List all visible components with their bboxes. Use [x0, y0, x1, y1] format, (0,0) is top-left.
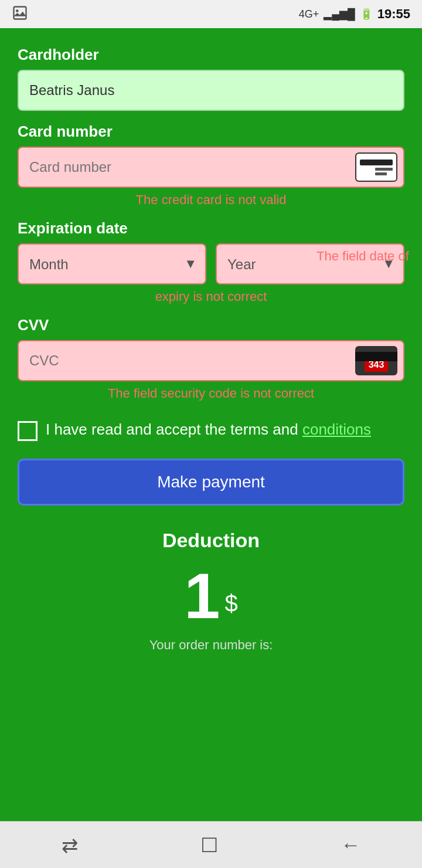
terms-checkbox[interactable] [18, 421, 38, 441]
expiry-row: Month January February March April May J… [18, 243, 404, 284]
main-content: Cardholder Card number The credit card i… [0, 28, 422, 821]
month-wrapper: Month January February March April May J… [18, 243, 206, 284]
bottom-nav: ⇄ ☐ ← [0, 821, 422, 868]
expiration-section: Expiration date Month January February M… [18, 219, 404, 304]
cvv-input[interactable] [18, 340, 404, 381]
deduction-amount: 1 $ [18, 564, 404, 628]
credit-card-icon [355, 152, 397, 182]
back-nav-button[interactable]: ← [323, 828, 378, 862]
cvv-error: The field security code is not correct [18, 386, 404, 401]
expiry-error-main: expiry is not correct [18, 289, 404, 304]
status-bar: 4G+ ▂▄▆█ 🔋 19:55 [0, 0, 422, 28]
cvv-wrapper: 343 [18, 340, 404, 381]
recents-nav-button[interactable]: ☐ [183, 828, 236, 863]
deduction-title: Deduction [18, 529, 404, 552]
svg-point-1 [16, 9, 19, 12]
card-lines [375, 168, 393, 175]
card-number-label: Card number [18, 123, 404, 141]
cvv-section: CVV 343 The field security code is not c… [18, 316, 404, 401]
cvv-label: CVV [18, 316, 404, 334]
battery-icon: 🔋 [360, 8, 373, 21]
cardholder-label: Cardholder [18, 46, 404, 64]
month-select[interactable]: Month January February March April May J… [18, 243, 206, 284]
swap-nav-button[interactable]: ⇄ [44, 828, 96, 863]
card-number-error: The credit card is not valid [18, 192, 404, 208]
make-payment-button[interactable]: Make payment [18, 459, 404, 506]
card-number-section: Card number The credit card is not valid [18, 123, 404, 208]
expiration-label: Expiration date [18, 219, 404, 238]
expiry-error-overflow: The field date of [316, 248, 410, 265]
order-number-label: Your order number is: [18, 638, 404, 653]
deduction-section: Deduction 1 $ Your order number is: [18, 523, 404, 653]
terms-text: I have read and accept the terms and con… [46, 419, 371, 440]
cvv-card-icon: 343 [355, 346, 397, 375]
card-stripe [360, 160, 393, 165]
clock: 19:55 [377, 6, 410, 22]
bars-icon: ▂▄▆█ [324, 8, 355, 21]
deduction-number: 1 [184, 564, 220, 628]
cardholder-section: Cardholder [18, 46, 404, 111]
conditions-link[interactable]: conditions [302, 421, 371, 438]
deduction-currency: $ [224, 590, 237, 616]
cardholder-input[interactable] [18, 70, 404, 111]
terms-section: I have read and accept the terms and con… [18, 419, 404, 441]
terms-text-before: I have read and accept the terms and [46, 421, 302, 438]
svg-rect-0 [14, 7, 26, 19]
signal-icon: 4G+ [299, 8, 319, 21]
status-bar-image-icon [12, 5, 28, 23]
cvv-stripe [355, 352, 397, 361]
card-number-input[interactable] [18, 147, 404, 188]
card-number-wrapper [18, 147, 404, 188]
